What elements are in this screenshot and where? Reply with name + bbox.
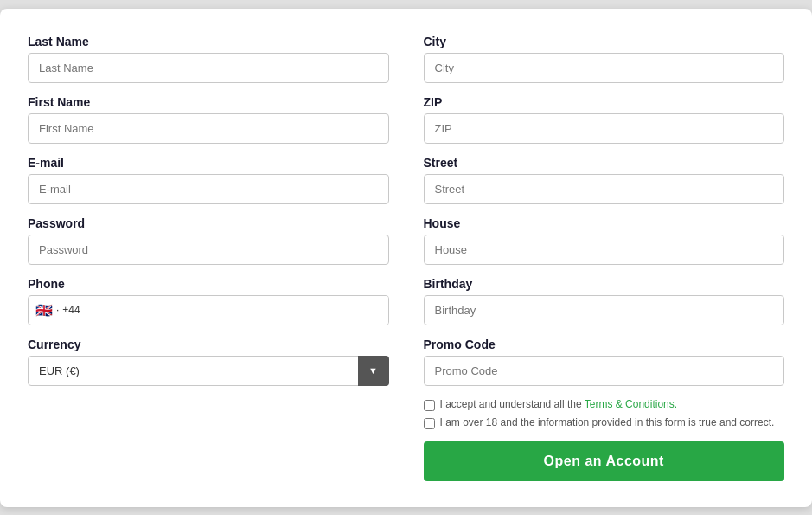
birthday-group: Birthday xyxy=(424,277,785,325)
first-name-label: First Name xyxy=(28,95,389,109)
email-group: E-mail xyxy=(28,156,389,204)
promo-code-label: Promo Code xyxy=(424,338,785,351)
terms-checkbox[interactable] xyxy=(424,400,435,411)
email-label: E-mail xyxy=(28,156,389,170)
house-input[interactable] xyxy=(424,235,785,265)
registration-form: Last Name First Name E-mail Password Pho… xyxy=(0,9,812,507)
last-name-group: Last Name xyxy=(28,35,389,83)
terms-text: I accept and understand all the Terms & … xyxy=(440,398,678,410)
age-checkbox[interactable] xyxy=(424,418,435,429)
terms-link[interactable]: Terms & Conditions. xyxy=(585,398,677,410)
house-label: House xyxy=(424,216,785,230)
first-name-group: First Name xyxy=(28,95,389,144)
city-input[interactable] xyxy=(424,53,785,83)
password-label: Password xyxy=(28,216,389,230)
phone-separator: · xyxy=(56,304,59,316)
zip-group: ZIP xyxy=(424,95,785,144)
city-label: City xyxy=(424,35,785,48)
form-grid: Last Name First Name E-mail Password Pho… xyxy=(28,35,784,481)
promo-code-group: Promo Code xyxy=(424,338,785,386)
terms-checkbox-row: I accept and understand all the Terms & … xyxy=(424,398,785,411)
street-label: Street xyxy=(424,156,785,170)
phone-input[interactable] xyxy=(87,296,388,325)
phone-wrapper: 🇬🇧 · +44 xyxy=(28,295,389,325)
phone-group: Phone 🇬🇧 · +44 xyxy=(28,277,389,325)
password-group: Password xyxy=(28,216,389,265)
birthday-label: Birthday xyxy=(424,277,785,291)
phone-prefix: +44 xyxy=(62,304,80,316)
phone-label: Phone xyxy=(28,277,389,291)
currency-select[interactable]: EUR (€) USD ($) GBP (£) xyxy=(28,356,389,386)
age-checkbox-row: I am over 18 and the information provide… xyxy=(424,416,785,429)
left-column: Last Name First Name E-mail Password Pho… xyxy=(28,35,389,481)
last-name-input[interactable] xyxy=(28,53,389,83)
currency-wrapper: EUR (€) USD ($) GBP (£) xyxy=(28,356,389,386)
street-group: Street xyxy=(424,156,785,204)
street-input[interactable] xyxy=(424,174,785,204)
last-name-label: Last Name xyxy=(28,35,389,48)
password-input[interactable] xyxy=(28,235,389,265)
house-group: House xyxy=(424,216,785,265)
birthday-input[interactable] xyxy=(424,295,785,325)
phone-flag-prefix: 🇬🇧 · +44 xyxy=(29,302,87,319)
zip-label: ZIP xyxy=(424,95,785,109)
zip-input[interactable] xyxy=(424,113,785,144)
currency-label: Currency xyxy=(28,338,389,351)
city-group: City xyxy=(424,35,785,83)
email-input[interactable] xyxy=(28,174,389,204)
promo-code-input[interactable] xyxy=(424,356,785,386)
first-name-input[interactable] xyxy=(28,113,389,144)
age-text: I am over 18 and the information provide… xyxy=(440,416,775,428)
open-account-button[interactable]: Open an Account xyxy=(424,441,785,481)
currency-group: Currency EUR (€) USD ($) GBP (£) xyxy=(28,338,389,386)
checkbox-group: I accept and understand all the Terms & … xyxy=(424,398,785,429)
uk-flag-icon: 🇬🇧 xyxy=(35,302,53,319)
right-column: City ZIP Street House Birthday Promo Cod xyxy=(424,35,785,481)
